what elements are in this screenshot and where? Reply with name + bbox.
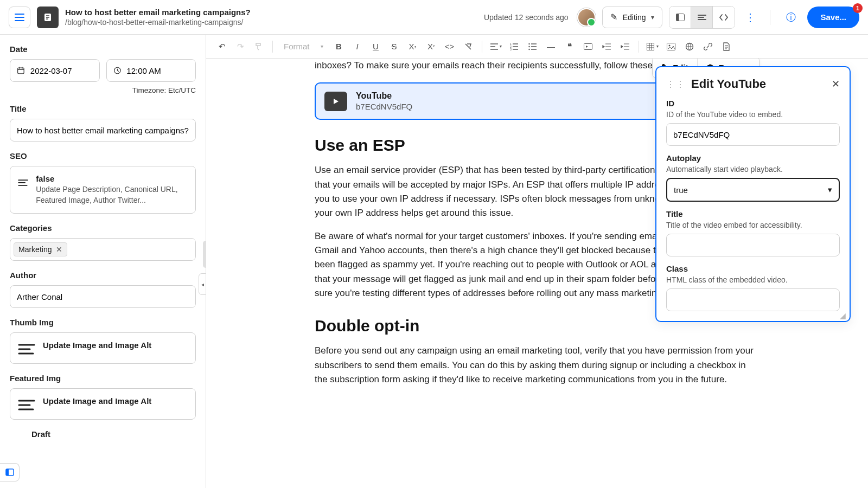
outdent-button[interactable] [598, 38, 615, 55]
globe-button[interactable] [681, 38, 698, 55]
view-panel-center[interactable] [691, 7, 713, 28]
timezone-text: Timezone: Etc/UTC [10, 86, 196, 94]
svg-rect-2 [676, 14, 679, 21]
save-button[interactable]: Save... 1 [807, 7, 859, 28]
svg-point-10 [528, 48, 529, 49]
image-button[interactable] [663, 38, 679, 55]
id-input[interactable] [666, 123, 840, 146]
featured-card-title: Update Image and Image Alt [43, 396, 151, 406]
sidebar-bottom-tab[interactable] [0, 463, 20, 481]
user-avatar[interactable] [577, 8, 596, 27]
indent-button[interactable] [617, 38, 633, 55]
more-menu[interactable]: ⋮ [742, 11, 759, 24]
underline-button[interactable]: U [368, 38, 384, 55]
svg-text:3: 3 [510, 48, 512, 50]
view-code[interactable] [713, 7, 735, 28]
time-input[interactable] [106, 59, 196, 82]
save-badge: 1 [853, 3, 863, 13]
title-field-label: Title [666, 209, 840, 219]
draft-label: Draft [31, 429, 196, 439]
author-input[interactable] [10, 285, 196, 308]
clear-format-button[interactable] [460, 38, 476, 55]
code-button[interactable]: <> [442, 38, 458, 55]
document-button[interactable] [718, 38, 735, 55]
sidebar: Date Timezone: Etc/UTC Title SEO [0, 35, 206, 488]
view-mode-group [669, 6, 735, 29]
seo-card-title: false [36, 174, 188, 183]
categories-label: Categories [10, 223, 196, 233]
link-button[interactable] [700, 38, 716, 55]
thumb-label: Thumb Img [10, 318, 196, 327]
chip-remove[interactable]: ✕ [56, 245, 62, 254]
date-input[interactable] [10, 59, 100, 82]
thumb-card[interactable]: Update Image and Image Alt [10, 332, 196, 364]
embed-button[interactable] [580, 38, 596, 55]
author-label: Author [10, 271, 196, 280]
svg-point-8 [528, 43, 529, 44]
svg-rect-17 [6, 469, 9, 476]
pencil-icon: ✎ [610, 12, 617, 22]
doc-slug: /blog/how-to-host-better-email-marketing… [65, 18, 477, 27]
title-help: Title of the video embed for accessibili… [666, 221, 840, 229]
quote-button[interactable]: ❝ [561, 38, 578, 55]
autoplay-select[interactable]: true ▾ [666, 178, 840, 202]
date-field[interactable] [30, 66, 93, 75]
doc-icon[interactable] [37, 7, 59, 28]
toolbar-separator [482, 41, 482, 53]
strikethrough-button[interactable]: S [386, 38, 403, 55]
title-field[interactable] [17, 126, 189, 135]
categories-input[interactable]: Marketing ✕ [10, 238, 196, 261]
class-input[interactable] [666, 288, 840, 311]
sidebar-collapse[interactable]: ◂ [199, 273, 206, 295]
title-label: Title [10, 104, 196, 113]
title-block: How to host better email marketing campa… [65, 8, 477, 27]
bullet-list-button[interactable] [525, 38, 541, 55]
panel-title: Edit YouTube [691, 77, 826, 91]
text-lines-icon [18, 343, 35, 356]
svg-point-9 [528, 46, 529, 47]
close-icon[interactable]: ✕ [832, 78, 840, 90]
author-field[interactable] [17, 292, 189, 301]
editor: ↶ ↷ Format ▾ B I U S X₂ X² <> ▾ [206, 35, 868, 488]
italic-button[interactable]: I [349, 38, 366, 55]
superscript-button[interactable]: X² [423, 38, 439, 55]
time-field[interactable] [126, 66, 189, 75]
format-paint-button[interactable] [251, 38, 267, 55]
hr-button[interactable]: — [543, 38, 559, 55]
title-input[interactable] [666, 234, 840, 256]
text-lines-icon [18, 176, 28, 189]
text-lines-icon [18, 399, 35, 412]
format-dropdown[interactable]: Format ▾ [278, 42, 329, 51]
featured-card[interactable]: Update Image and Image Alt [10, 388, 196, 420]
info-icon[interactable]: ⓘ [781, 8, 801, 27]
mode-selector[interactable]: ✎ Editing ▾ [602, 7, 663, 28]
thumb-card-title: Update Image and Image Alt [43, 341, 151, 350]
undo-button[interactable]: ↶ [214, 38, 230, 55]
mode-label: Editing [623, 13, 646, 22]
clock-icon [113, 66, 122, 75]
seo-card-desc: Update Page Description, Canonical URL, … [36, 184, 188, 206]
embed-id-label: b7ECdNV5dFQ [356, 102, 412, 111]
svg-rect-3 [18, 68, 24, 74]
title-input[interactable] [10, 119, 196, 142]
autoplay-help: Automatically start video playback. [666, 165, 840, 174]
chevron-down-icon: ▾ [321, 43, 323, 49]
class-label: Class [666, 264, 840, 273]
id-help: ID of the YouTube video to embed. [666, 110, 840, 119]
edit-youtube-panel: ⋮⋮ Edit YouTube ✕ ID ID of the YouTube v… [655, 66, 851, 322]
seo-card[interactable]: false Update Page Description, Canonical… [10, 166, 196, 214]
bold-button[interactable]: B [331, 38, 347, 55]
ordered-list-button[interactable]: 123 [506, 38, 522, 55]
paragraph: Before you send out any campaign using a… [315, 344, 760, 387]
menu-button[interactable] [9, 7, 30, 28]
toolbar-separator [272, 41, 273, 53]
resize-grip-icon[interactable]: ◢ [840, 311, 847, 319]
redo-button[interactable]: ↷ [232, 38, 248, 55]
svg-point-14 [668, 44, 670, 46]
view-panel-left[interactable] [669, 7, 691, 28]
drag-handle-icon[interactable]: ⋮⋮ [666, 79, 686, 89]
subscript-button[interactable]: X₂ [405, 38, 421, 55]
align-button[interactable]: ▾ [488, 38, 504, 55]
table-button[interactable]: ▾ [644, 38, 661, 55]
category-chip: Marketing ✕ [14, 242, 67, 256]
